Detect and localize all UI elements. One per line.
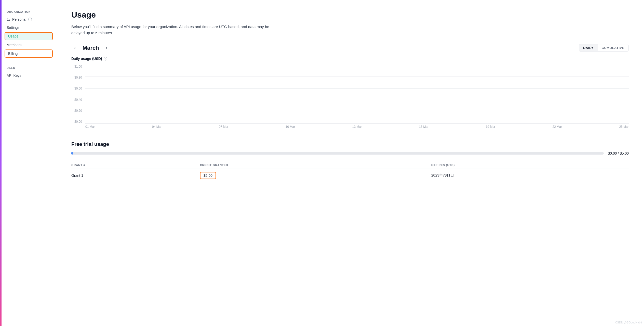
chart-section: Daily usage (USD) i $1.00 $0.80 $0.60 $0… xyxy=(71,57,629,131)
next-month-button[interactable]: › xyxy=(103,44,110,52)
sidebar-apikeys-label: API Keys xyxy=(7,73,21,78)
x-label-3: 07 Mar xyxy=(219,125,228,129)
grid-line-5 xyxy=(85,112,629,112)
y-label-4: $0.40 xyxy=(74,98,82,102)
y-label-5: $0.20 xyxy=(74,109,82,112)
chart-x-axis: 01 Mar 04 Mar 07 Mar 10 Mar 13 Mar 16 Ma… xyxy=(85,124,629,131)
sidebar-billing-label: Billing xyxy=(8,52,18,56)
grants-table: GRANT # CREDIT GRANTED EXPIRES (UTC) Gra… xyxy=(71,161,629,182)
chart-title: Daily usage (USD) xyxy=(71,57,102,61)
sidebar-item-personal[interactable]: 🗂 Personal i xyxy=(2,15,56,23)
sidebar-settings-label: Settings xyxy=(7,26,20,30)
chart-container: $1.00 $0.80 $0.60 $0.40 $0.20 $0.00 01 M… xyxy=(71,65,629,131)
x-label-2: 04 Mar xyxy=(152,125,162,129)
col-header-credit: CREDIT GRANTED xyxy=(200,161,431,169)
sidebar-item-billing[interactable]: Billing xyxy=(5,49,53,58)
progress-row: $0.00 / $5.00 xyxy=(71,151,629,155)
table-row: Grant 1 $5.00 2023年7月1日 xyxy=(71,169,629,182)
daily-view-button[interactable]: DAILY xyxy=(579,44,597,51)
x-label-9: 25 Mar xyxy=(619,125,629,129)
current-month-label: March xyxy=(83,45,99,51)
progress-label: $0.00 / $5.00 xyxy=(608,151,629,155)
sidebar-usage-label: Usage xyxy=(8,34,18,38)
x-label-6: 16 Mar xyxy=(419,125,428,129)
sidebar-personal-label: Personal xyxy=(12,17,26,21)
month-navigation: ‹ March › DAILY CUMULATIVE xyxy=(71,44,629,52)
org-section-label: ORGANIZATION xyxy=(2,10,56,15)
free-trial-section: Free trial usage $0.00 / $5.00 GRANT # C… xyxy=(71,141,629,182)
sidebar-item-api-keys[interactable]: API Keys xyxy=(2,71,56,80)
col-header-grant: GRANT # xyxy=(71,161,200,169)
cumulative-view-button[interactable]: CUMULATIVE xyxy=(598,44,628,51)
grid-line-3 xyxy=(85,88,629,89)
grant-number-cell: Grant 1 xyxy=(71,169,200,182)
page-title: Usage xyxy=(71,10,629,20)
col-header-expires: EXPIRES (UTC) xyxy=(431,161,629,169)
y-label-2: $0.80 xyxy=(74,76,82,79)
grid-line-6 xyxy=(85,123,629,124)
sidebar-item-settings[interactable]: Settings xyxy=(2,23,56,32)
grid-line-2 xyxy=(85,77,629,77)
grid-line-4 xyxy=(85,100,629,100)
free-trial-title: Free trial usage xyxy=(71,141,629,147)
x-label-5: 13 Mar xyxy=(352,125,362,129)
sidebar-item-members[interactable]: Members xyxy=(2,41,56,49)
main-content: Usage Below you'll find a summary of API… xyxy=(56,0,644,326)
y-label-6: $0.00 xyxy=(74,120,82,123)
y-label-1: $1.00 xyxy=(74,65,82,68)
grid-line-1 xyxy=(85,65,629,65)
chart-y-axis: $1.00 $0.80 $0.60 $0.40 $0.20 $0.00 xyxy=(71,65,84,123)
chart-plot xyxy=(85,65,629,123)
x-label-4: 10 Mar xyxy=(286,125,295,129)
sidebar-item-usage[interactable]: Usage xyxy=(5,32,53,40)
sidebar: ORGANIZATION 🗂 Personal i Settings Usage… xyxy=(0,0,56,326)
prev-month-button[interactable]: ‹ xyxy=(71,44,78,52)
chart-info-icon: i xyxy=(104,57,107,60)
watermark: CSDN @BGoodHabit xyxy=(615,321,642,324)
progress-bar-container xyxy=(71,152,604,155)
expires-cell: 2023年7月1日 xyxy=(431,169,629,182)
x-label-1: 01 Mar xyxy=(85,125,95,129)
x-label-8: 22 Mar xyxy=(553,125,562,129)
x-label-7: 19 Mar xyxy=(486,125,495,129)
credit-value: $5.00 xyxy=(200,172,216,179)
view-toggle: DAILY CUMULATIVE xyxy=(579,44,629,52)
info-icon: i xyxy=(28,18,32,21)
user-section-label: USER xyxy=(2,66,56,71)
y-label-3: $0.60 xyxy=(74,87,82,90)
page-description: Below you'll find a summary of API usage… xyxy=(71,24,275,36)
credit-granted-cell: $5.00 xyxy=(200,169,431,182)
progress-bar-fill xyxy=(71,152,73,155)
sidebar-members-label: Members xyxy=(7,43,21,47)
briefcase-icon: 🗂 xyxy=(7,17,10,21)
